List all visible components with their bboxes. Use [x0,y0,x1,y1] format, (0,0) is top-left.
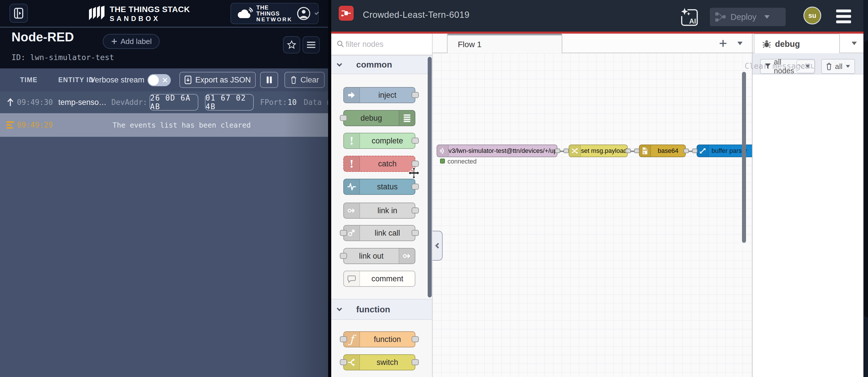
filter-caret [806,65,810,68]
verbose-stream-label: Verbose stream [90,76,144,85]
event-row-uplink[interactable]: 09:49:30 temp-senso… DevAddr: 26 0D 6A A… [0,91,330,113]
debug-clear-button[interactable]: all [821,59,855,74]
debug-message-list[interactable] [753,75,863,377]
palette-node-inject[interactable]: inject [343,87,415,103]
link-icon [344,203,360,218]
palette-node-comment[interactable]: comment [343,271,415,287]
add-flow-button[interactable] [717,37,730,50]
input-port[interactable] [563,149,569,153]
devaddr-chip[interactable]: 26 0D 6A AB [150,94,198,111]
palette-node-status[interactable]: status [343,179,415,195]
menu-icon [307,41,315,49]
node-label: link out [344,249,399,263]
user-avatar[interactable]: su [803,7,821,24]
search-icon [336,40,344,48]
sidebar-toggle-button[interactable] [9,4,28,23]
palette-node-debug[interactable]: debug [343,110,415,126]
deploy-dropdown-caret[interactable] [764,15,770,19]
chevron-down-icon [337,61,342,66]
network-line2: NETWORK [256,17,292,22]
input-port[interactable] [340,336,347,342]
canvas-node-mqtt-in[interactable]: v3/lwn-simulator-test@ttn/devices/+/up [437,145,557,157]
deploy-flow-icon [715,12,726,22]
node-palette: common inject debug [331,34,433,377]
main-menu-button[interactable] [836,9,851,23]
network-switcher-button[interactable]: THE THINGS NETWORK [230,3,319,24]
event-trailing-text: Data ra [304,98,330,107]
node-label: link in [360,203,415,218]
devaddr-label: DevAddr: [112,98,147,107]
output-port[interactable] [412,359,419,365]
node-label: debug [344,111,399,125]
input-port[interactable] [340,230,347,236]
flow-canvas[interactable]: v3/lwn-simulator-test@ttn/devices/+/up s… [433,53,752,377]
palette-node-link-in[interactable]: link in [343,203,415,219]
add-label-button[interactable]: Add label [103,34,160,49]
palette-collapse-button[interactable] [433,231,443,261]
section-label: common [356,60,392,69]
node-red-header: Crowded-Least-Tern-6019 AI Deploy su [331,0,868,32]
canvas-node-change[interactable]: set msg.payload [569,145,628,157]
palette-node-link-out[interactable]: link out [343,248,415,264]
debug-filter-button[interactable]: all nodes [760,59,815,74]
plus-icon [111,38,118,45]
inject-icon [344,88,360,103]
palette-node-complete[interactable]: ! complete [343,133,415,149]
pause-stream-button[interactable] [260,72,278,88]
export-json-label: Export as JSON [195,76,251,85]
palette-node-switch[interactable]: switch [343,354,415,370]
event-row-cleared[interactable]: 09:49:29 The events list has been cleare… [0,113,330,137]
sidebar-menu-caret[interactable] [851,42,857,45]
palette-scrollbar[interactable] [428,57,432,297]
palette-section-common[interactable]: common [331,55,432,74]
output-port[interactable] [625,149,631,153]
palette-section-function[interactable]: function [331,299,432,320]
swap-arrows-icon [569,145,581,156]
application-menu-button[interactable] [303,36,320,53]
node-label: switch [360,355,415,370]
tab-debug[interactable]: debug [754,34,840,54]
x-icon [162,77,168,84]
clear-label: Clear [301,76,319,85]
bookmark-button[interactable] [283,36,300,53]
output-port[interactable] [412,207,419,213]
cloud-icon [237,7,253,20]
input-port[interactable] [340,253,347,259]
ai-assistant-button[interactable]: AI [680,7,699,26]
verbose-stream-toggle[interactable] [148,74,171,86]
canvas-node-base64[interactable]: b64b base64 [639,145,686,157]
input-port[interactable] [340,115,347,121]
background-window [864,40,868,318]
bug-icon [763,40,771,48]
input-port[interactable] [634,149,640,153]
canvas-scrollbar[interactable] [742,72,746,243]
output-port[interactable] [412,336,419,342]
input-port[interactable] [692,149,698,153]
uplink-arrow-icon [6,98,14,107]
input-port[interactable] [340,359,347,365]
output-port[interactable] [683,149,689,153]
link-icon [399,249,415,263]
palette-node-link-call[interactable]: link call [343,225,415,241]
output-port[interactable] [412,138,419,144]
status-dot-connected [440,158,445,164]
export-json-button[interactable]: Export as JSON [179,72,256,88]
clear-events-button[interactable]: Clear [284,72,324,88]
palette-node-function[interactable]: ƒ function [343,331,415,347]
exclamation-icon: ! [344,133,360,148]
panel-toggle-icon [14,7,24,19]
payload-chip[interactable]: 01 67 02 4B [205,94,254,111]
fport-label: FPort: [260,98,287,107]
deploy-button[interactable]: Deploy [710,8,786,26]
pause-icon [266,76,272,84]
output-port[interactable] [412,92,419,98]
node-label: link call [360,226,415,240]
flow-list-caret[interactable] [737,42,743,45]
filter-nodes-input[interactable] [345,38,425,51]
output-port[interactable] [412,230,419,236]
output-port[interactable] [555,149,560,153]
tab-flow-1[interactable]: Flow 1 [447,34,562,54]
output-port[interactable] [412,184,419,190]
palette-node-catch[interactable]: ! catch [343,156,415,172]
output-port[interactable] [412,161,419,167]
